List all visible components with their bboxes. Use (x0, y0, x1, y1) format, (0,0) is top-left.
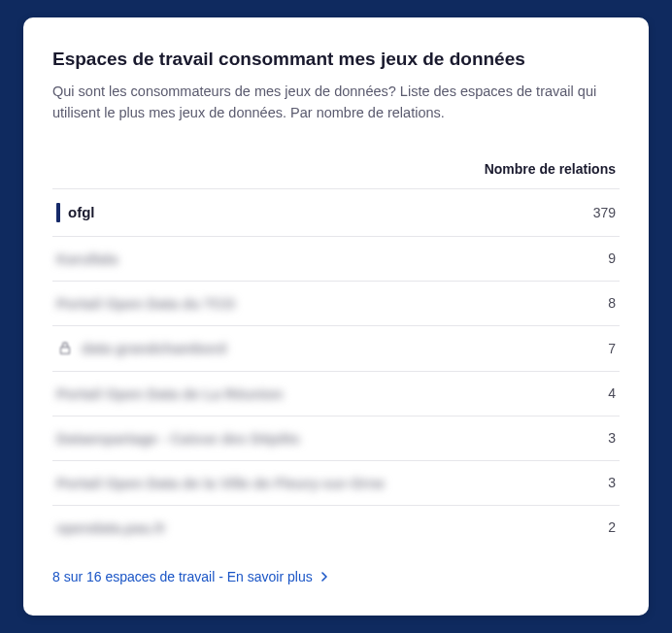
row-value: 4 (608, 385, 616, 401)
row-value: 7 (608, 341, 616, 356)
row-left: ofgl (56, 203, 582, 222)
row-name: ofgl (68, 204, 95, 220)
table-header-value: Nombre de relations (52, 151, 620, 188)
table-row[interactable]: Portail Open Data de la Ville de Fleury-… (52, 460, 620, 505)
learn-more-link[interactable]: 8 sur 16 espaces de travail - En savoir … (52, 569, 328, 584)
row-value: 3 (608, 475, 616, 490)
row-value: 379 (593, 205, 616, 220)
row-value: 8 (608, 295, 616, 311)
row-left: opendata.pau.fr (56, 519, 596, 536)
row-name: Dataenpartage - Caisse des Dépôts (56, 430, 300, 447)
footer-link-text: 8 sur 16 espaces de travail - En savoir … (52, 569, 313, 584)
table-body: ofgl379Karullala9Portail Open Data du TC… (52, 188, 620, 550)
workspace-consumers-card: Espaces de travail consommant mes jeux d… (23, 17, 649, 616)
table-row[interactable]: ofgl379 (52, 188, 620, 236)
row-name: Portail Open Data de la Ville de Fleury-… (56, 475, 385, 491)
row-left: Portail Open Data du TCO (56, 295, 596, 312)
table-row[interactable]: opendata.pau.fr2 (52, 505, 620, 550)
table-row[interactable]: Portail Open Data de La Réunion4 (52, 371, 620, 416)
chevron-right-icon (320, 572, 328, 582)
row-left: Dataenpartage - Caisse des Dépôts (56, 430, 596, 447)
row-value: 3 (608, 430, 616, 446)
row-left: Portail Open Data de la Ville de Fleury-… (56, 475, 596, 491)
highlight-bar (56, 203, 60, 222)
row-value: 9 (608, 250, 616, 266)
table-row[interactable]: Karullala9 (52, 236, 620, 281)
svg-rect-0 (61, 348, 70, 354)
row-value: 2 (608, 519, 616, 535)
row-name: Portail Open Data de La Réunion (56, 385, 283, 402)
row-left: Karullala (56, 250, 596, 267)
table-row[interactable]: Portail Open Data du TCO8 (52, 281, 620, 325)
row-left: Portail Open Data de La Réunion (56, 385, 596, 402)
lock-icon (56, 340, 74, 357)
table-row[interactable]: Dataenpartage - Caisse des Dépôts3 (52, 416, 620, 460)
row-name: opendata.pau.fr (56, 519, 166, 536)
row-name: Karullala (56, 250, 118, 267)
row-name: data grandchambord (82, 340, 226, 356)
row-name: Portail Open Data du TCO (56, 295, 235, 312)
row-left: data grandchambord (56, 340, 596, 357)
card-title: Espaces de travail consommant mes jeux d… (52, 49, 620, 70)
card-subtitle: Qui sont les consommateurs de mes jeux d… (52, 82, 620, 124)
table-row[interactable]: data grandchambord7 (52, 325, 620, 371)
